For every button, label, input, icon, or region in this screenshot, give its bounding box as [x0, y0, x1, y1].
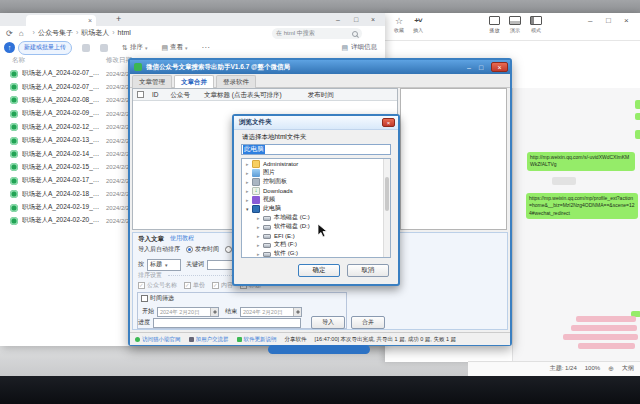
search-icon[interactable] [352, 31, 358, 37]
share-icon[interactable] [100, 44, 108, 52]
minimize-button[interactable]: – [467, 63, 471, 72]
folder-path-input[interactable]: 此电脑 [241, 144, 391, 155]
dialog-close-button[interactable]: × [382, 118, 395, 127]
column-publish-time[interactable]: 发布时间 [308, 91, 334, 99]
chat-bubble-url[interactable]: http://mp.weixin.qq.com/s/-uvidXWdCXlmKM… [527, 152, 635, 171]
checkbox-content[interactable] [212, 282, 219, 289]
close-button[interactable]: × [624, 17, 629, 25]
new-tab-button[interactable]: + [116, 14, 121, 24]
chat-bubble-clipped[interactable] [635, 130, 640, 139]
tab-login-software[interactable]: 登录软件 [216, 75, 256, 88]
toolbar-item[interactable]: 播放 [489, 16, 500, 33]
star-icon [395, 16, 403, 25]
tab-article-manage[interactable]: 文章管理 [132, 75, 172, 88]
chat-bubble-clipped[interactable] [635, 100, 640, 109]
toolbar-item[interactable]: 插入 [413, 16, 423, 33]
minimize-button[interactable]: – [336, 15, 340, 24]
update-notes-link[interactable]: 软件更新说明 [244, 336, 277, 343]
redacted-text-line [571, 325, 637, 331]
taskbar-peek-pill[interactable] [268, 345, 370, 354]
scrollbar-thumb[interactable] [385, 177, 389, 211]
share-software-link[interactable]: 分享软件 [285, 336, 307, 343]
radio-account[interactable] [225, 246, 232, 253]
tab-article-merge[interactable]: 文章合并 [174, 75, 214, 88]
file-name: 职场老人A_2024-02-08_十大财经揭露表... [22, 96, 102, 105]
refresh-icon[interactable]: ⟳ [6, 29, 13, 38]
checkbox-account-name[interactable] [138, 282, 145, 289]
ok-button[interactable]: 确定 [298, 264, 340, 277]
toolbar-item[interactable]: 模式 [530, 16, 542, 33]
column-name[interactable]: 名称 [12, 56, 25, 64]
sort-button[interactable]: ⇅排序 [122, 43, 147, 52]
checkbox-label[interactable]: 单份 [193, 282, 205, 289]
column-id[interactable]: ID [152, 91, 159, 99]
videos-icon [252, 196, 260, 204]
details-button[interactable]: 详细信息 [341, 43, 377, 52]
official-site-link[interactable]: 访问猫小助官网 [142, 336, 181, 343]
zoom-icon[interactable] [608, 365, 614, 373]
tree-item-label: EFI (E:) [274, 233, 295, 239]
tree-item[interactable]: 软件磁盘 (D:) [242, 222, 390, 231]
time-filter-checkbox[interactable] [141, 295, 148, 302]
maximize-button[interactable]: □ [606, 17, 611, 25]
tree-item[interactable]: EFI (E:) [242, 231, 390, 240]
plus-icon [414, 16, 421, 25]
column-title[interactable]: 文章标题 (点击表头可排序) [204, 91, 282, 99]
toolbar-item-label: 播放 [490, 27, 500, 33]
checkbox-label[interactable]: 公众号名称 [147, 282, 177, 289]
chat-bubble-clipped[interactable] [635, 113, 640, 120]
close-button[interactable]: × [491, 62, 508, 72]
zoom-level[interactable]: 100% [585, 365, 600, 372]
toolbar-item[interactable]: 演示 [509, 16, 521, 33]
tree-item[interactable]: 软件 (G:) [242, 249, 390, 258]
import-button[interactable]: 导入 [311, 316, 345, 329]
user-group-link[interactable]: 加用户交流群 [196, 336, 229, 343]
maximize-button[interactable]: □ [479, 63, 483, 72]
tree-item[interactable]: 文档 (F:) [242, 240, 390, 249]
close-button[interactable]: × [371, 15, 375, 24]
merge-button[interactable]: 合并 [351, 316, 385, 329]
breadcrumb-item[interactable]: html [112, 29, 131, 37]
home-icon[interactable]: ⌂ [19, 29, 24, 38]
column-account[interactable]: 公众号 [171, 91, 191, 99]
field-select[interactable]: 标题 [147, 259, 181, 271]
upload-button[interactable]: 新建或批量上传 [18, 41, 72, 55]
tree-item[interactable]: 控制面板 [242, 177, 390, 186]
radio-publish-time[interactable] [186, 246, 193, 253]
minimize-button[interactable]: – [588, 17, 592, 25]
new-folder-icon[interactable] [82, 44, 90, 52]
tree-item[interactable]: 视频 [242, 195, 390, 204]
toolbar-item[interactable]: 收藏 [394, 16, 404, 33]
select-all-checkbox[interactable] [137, 91, 144, 98]
checkbox-single[interactable] [184, 282, 191, 289]
tree-item[interactable]: 此电脑 [242, 204, 390, 213]
wechat-chat-panel: http://mp.weixin.qq.com/s/-uvidXWdCXlmKM… [512, 88, 640, 362]
view-button[interactable]: ▤查看 [161, 43, 187, 52]
tutorial-link[interactable]: 使用教程 [170, 235, 194, 242]
tree-item[interactable]: 本地磁盘 (C:) [242, 213, 390, 222]
maximize-button[interactable]: □ [354, 15, 358, 24]
tree-scrollbar[interactable] [383, 159, 390, 257]
import-section-title: 导入文章 [138, 235, 164, 243]
breadcrumb-item[interactable]: 职场老人 [76, 29, 109, 37]
html-file-icon [10, 217, 18, 225]
tree-item[interactable]: Downloads [242, 186, 390, 195]
date-spinner[interactable] [210, 308, 218, 316]
cancel-button[interactable]: 取消 [347, 264, 389, 277]
more-options-icon[interactable]: ⋯ [202, 43, 210, 52]
tree-item-label: 软件磁盘 (D:) [274, 222, 310, 231]
radio-label[interactable]: 发布时间 [195, 246, 219, 253]
app-status-bar: 访问猫小助官网 加用户交流群 软件更新说明 分享软件 [16:47:00] 本次… [130, 332, 510, 345]
tree-item[interactable]: 图片 [242, 168, 390, 177]
outline-view-button[interactable]: 大纲 [622, 365, 634, 372]
search-input[interactable]: 在 html 中搜索 [272, 28, 362, 39]
breadcrumb-item[interactable]: 公众号集子 [33, 29, 73, 37]
upload-icon[interactable]: ↑ [4, 42, 15, 53]
tab-close-icon[interactable]: × [88, 17, 92, 24]
chat-bubble-url[interactable]: https://mp.weixin.qq.com/mp/profile_ext?… [526, 193, 638, 219]
browser-tab[interactable]: × [26, 15, 96, 26]
by-label: 按 [138, 261, 144, 268]
search-placeholder: 在 html 中搜索 [276, 30, 315, 37]
date-spinner[interactable] [293, 308, 301, 316]
tree-item[interactable]: Administrator [242, 159, 390, 168]
